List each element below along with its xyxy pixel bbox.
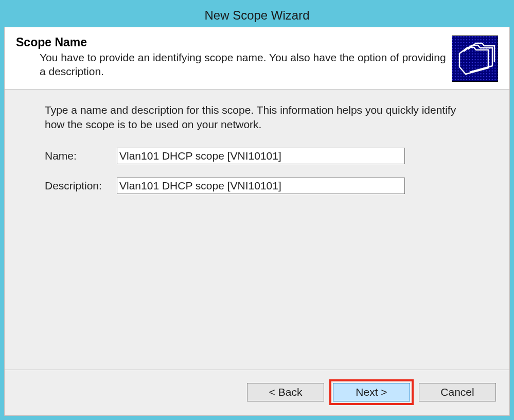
- button-bar: < Back Next > Cancel: [5, 370, 509, 415]
- cancel-button[interactable]: Cancel: [419, 383, 496, 401]
- name-input[interactable]: [117, 148, 405, 164]
- instruction-text: Type a name and description for this sco…: [45, 103, 467, 132]
- description-field-row: Description:: [45, 178, 488, 194]
- wizard-content: Type a name and description for this sco…: [5, 90, 509, 370]
- name-field-row: Name:: [45, 148, 488, 164]
- next-button-highlight: Next >: [329, 379, 414, 405]
- folders-icon: [452, 36, 498, 81]
- wizard-banner-icon: [452, 36, 498, 82]
- next-button[interactable]: Next >: [333, 383, 410, 401]
- dialog-body: Scope Name You have to provide an identi…: [4, 27, 510, 416]
- wizard-header: Scope Name You have to provide an identi…: [5, 27, 509, 90]
- name-label: Name:: [45, 150, 117, 162]
- page-title: Scope Name: [16, 36, 452, 49]
- window-title: New Scope Wizard: [204, 8, 309, 23]
- page-subtitle: You have to provide an identifying scope…: [16, 50, 452, 79]
- back-button[interactable]: < Back: [247, 383, 324, 401]
- header-text-block: Scope Name You have to provide an identi…: [16, 36, 452, 79]
- description-label: Description:: [45, 180, 117, 192]
- wizard-window: New Scope Wizard Scope Name You have to …: [4, 4, 510, 416]
- description-input[interactable]: [117, 178, 405, 194]
- title-bar: New Scope Wizard: [4, 4, 510, 27]
- wizard-frame: New Scope Wizard Scope Name You have to …: [0, 0, 514, 420]
